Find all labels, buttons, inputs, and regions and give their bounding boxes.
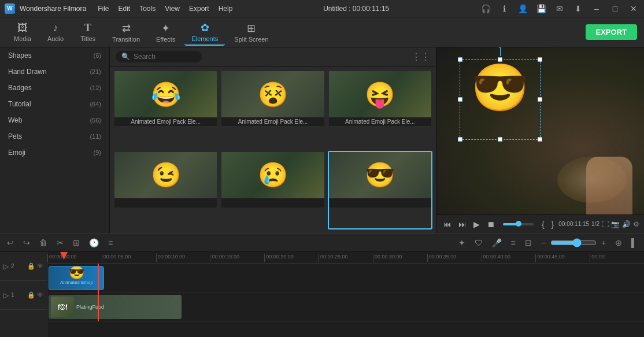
minimize-button[interactable]: – xyxy=(591,4,602,13)
search-wrap: 🔍 xyxy=(116,51,202,62)
audio-mix-button[interactable]: ≡ xyxy=(106,237,115,249)
speed-button[interactable]: 🕐 xyxy=(87,237,101,249)
timeline-ruler: 00:00:00:00 00:00:05:00 00:00:10:00 00:0… xyxy=(47,252,644,264)
toolbar-transition[interactable]: ⇄ Transition xyxy=(105,20,147,45)
toolbar-titles[interactable]: T Titles xyxy=(73,20,103,45)
out-point-icon[interactable]: } xyxy=(549,219,557,230)
lock-icon[interactable]: 🔒 xyxy=(27,262,35,270)
settings-icon[interactable]: ⚙ xyxy=(633,220,639,228)
emoji-preview: 😎 xyxy=(365,161,395,189)
audio-icon: ♪ xyxy=(53,22,58,34)
menu-help[interactable]: Help xyxy=(219,5,233,13)
download-icon[interactable]: ⬇ xyxy=(572,4,584,13)
toolbar-elements[interactable]: ✿ Elements xyxy=(184,19,225,46)
media-label: Animated Emoji Pack Ele... xyxy=(329,117,431,126)
sidebar-label-pets: Pets xyxy=(8,132,22,140)
video-clip-thumb: 🍽 xyxy=(51,297,74,317)
menu-tools[interactable]: Tools xyxy=(139,5,156,13)
media-label: Animated Emoji Pack Ele... xyxy=(221,117,324,126)
emoji-transform-container[interactable]: 😎 xyxy=(465,65,535,134)
sidebar-item-badges[interactable]: Badges (12) xyxy=(0,80,109,96)
media-item[interactable]: 😂 Animated Emoji Pack Ele... xyxy=(113,70,218,149)
toolbar-media[interactable]: 🖼 Media xyxy=(7,20,38,45)
track-settings-icon[interactable]: ⊟ xyxy=(523,237,534,249)
sidebar-item-handdrawn[interactable]: Hand Drawn (21) xyxy=(0,64,109,80)
ruler-mark: 00:00:30:00 xyxy=(373,254,427,262)
search-input[interactable] xyxy=(134,53,191,61)
lock-icon2[interactable]: 🔒 xyxy=(27,291,35,299)
menu-edit[interactable]: Edit xyxy=(119,5,131,13)
eye-icon[interactable]: 👁 xyxy=(37,262,43,270)
emoji-clip[interactable]: 😎 Animated Emoji xyxy=(49,266,104,290)
ruler-mark: 00:00:10:00 xyxy=(156,254,210,262)
mixer-icon[interactable]: ≡ xyxy=(509,237,518,249)
media-item[interactable]: 😢 xyxy=(220,151,325,230)
ruler-mark: 00:00: xyxy=(590,254,644,262)
timeline-tracks: 😎 Animated Emoji 🍽 PlatingFood xyxy=(47,264,644,321)
account-icon[interactable]: 👤 xyxy=(517,4,528,13)
ruler-mark: 00:00:05:00 xyxy=(102,254,156,262)
sidebar-item-tutorial[interactable]: Tutorial (64) xyxy=(0,96,109,112)
sidebar-item-web[interactable]: Web (56) xyxy=(0,112,109,128)
play-button[interactable]: ▶ xyxy=(471,219,482,230)
zoom-out-button[interactable]: − xyxy=(539,237,548,249)
info-icon[interactable]: ℹ xyxy=(498,4,510,13)
progress-bar[interactable] xyxy=(503,223,534,225)
track-emoji: 😎 Animated Emoji xyxy=(47,264,644,292)
mail-icon[interactable]: ✉ xyxy=(554,4,565,13)
timeline-right-panel[interactable]: 00:00:00:00 00:00:05:00 00:00:10:00 00:0… xyxy=(47,252,644,337)
media-item[interactable]: 😵 Animated Emoji Pack Ele... xyxy=(220,70,325,149)
motion-icon[interactable]: ✦ xyxy=(456,237,468,249)
stop-button[interactable]: ⏹ xyxy=(484,219,497,230)
close-button[interactable]: ✕ xyxy=(628,4,639,13)
redo-button[interactable]: ↪ xyxy=(21,237,32,249)
sidebar-item-emoji[interactable]: Emoji (9) xyxy=(0,145,109,161)
sidebar-item-pets[interactable]: Pets (11) xyxy=(0,128,109,145)
toolbar-splitscreen[interactable]: ⊞ Split Screen xyxy=(227,20,275,45)
grid-view-icon[interactable]: ⋮⋮ xyxy=(412,51,430,62)
headset-icon[interactable]: 🎧 xyxy=(480,4,491,13)
track-header-emoji: ▷ 2 🔒 👁 xyxy=(0,252,47,281)
add-track-button[interactable]: ⊕ xyxy=(613,237,624,249)
ruler-mark: 00:00:15:00 xyxy=(210,254,264,262)
fullscreen-icon[interactable]: ⛶ xyxy=(602,220,609,228)
frame-back-button[interactable]: ⏭ xyxy=(456,219,469,230)
media-label xyxy=(329,198,431,208)
toolbar-effects[interactable]: ✦ Effects xyxy=(149,20,182,45)
eye-icon2[interactable]: 👁 xyxy=(37,291,43,299)
track-header-video: ▷ 1 🔒 👁 xyxy=(0,281,47,310)
in-point-icon[interactable]: { xyxy=(539,219,547,230)
sidebar-item-shapes[interactable]: Shapes (6) xyxy=(0,47,109,64)
screenshot-icon[interactable]: 📷 xyxy=(611,220,620,228)
maximize-button[interactable]: □ xyxy=(609,4,621,13)
media-item-selected[interactable]: 😎 xyxy=(328,151,432,230)
emoji-clip-label: Animated Emoji xyxy=(60,280,92,285)
skip-back-button[interactable]: ⏮ xyxy=(441,219,454,230)
export-button[interactable]: EXPORT xyxy=(586,24,637,40)
ruler-mark: 00:00:40:00 xyxy=(482,254,536,262)
emoji-clip-thumb: 😎 xyxy=(69,266,84,279)
panel-toggle-button[interactable]: ▌ xyxy=(629,237,639,249)
shield-icon[interactable]: 🛡 xyxy=(472,237,485,249)
sidebar-count-tutorial: (64) xyxy=(90,101,101,108)
toolbar-audio[interactable]: ♪ Audio xyxy=(40,20,71,45)
save-icon[interactable]: 💾 xyxy=(535,4,547,13)
zoom-slider[interactable] xyxy=(550,238,597,247)
speed-selector[interactable]: 1/2 xyxy=(591,221,599,227)
menu-view[interactable]: View xyxy=(165,5,180,13)
app-logo: W xyxy=(5,3,15,14)
emoji-preview: 😉 xyxy=(151,161,181,189)
zoom-in-button[interactable]: + xyxy=(599,237,608,249)
media-item[interactable]: 😝 Animated Emoji Pack Ele... xyxy=(328,70,432,149)
mic-icon[interactable]: 🎤 xyxy=(490,237,504,249)
cut-button[interactable]: ✂ xyxy=(54,237,66,249)
delete-button[interactable]: 🗑 xyxy=(37,237,50,249)
menu-file[interactable]: File xyxy=(98,5,109,13)
ruler-mark: 00:00:25:00 xyxy=(319,254,373,262)
volume-icon[interactable]: 🔊 xyxy=(622,220,631,228)
menu-export[interactable]: Export xyxy=(189,5,209,13)
undo-button[interactable]: ↩ xyxy=(5,237,16,249)
media-item[interactable]: 😉 xyxy=(113,151,218,230)
video-clip[interactable]: 🍽 PlatingFood xyxy=(49,295,182,319)
crop-button[interactable]: ⊞ xyxy=(71,237,82,249)
